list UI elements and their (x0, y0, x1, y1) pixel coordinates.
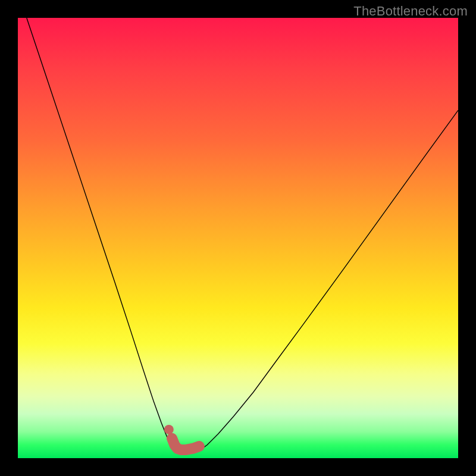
left-curve (27, 18, 177, 450)
right-curve (199, 110, 458, 450)
pink-dot-marker (164, 425, 174, 434)
bold-valley-segment (172, 439, 199, 450)
curve-layer (18, 18, 458, 458)
chart-frame: TheBottleneck.com (0, 0, 476, 476)
watermark-text: TheBottleneck.com (353, 4, 468, 19)
plot-area (18, 18, 458, 458)
